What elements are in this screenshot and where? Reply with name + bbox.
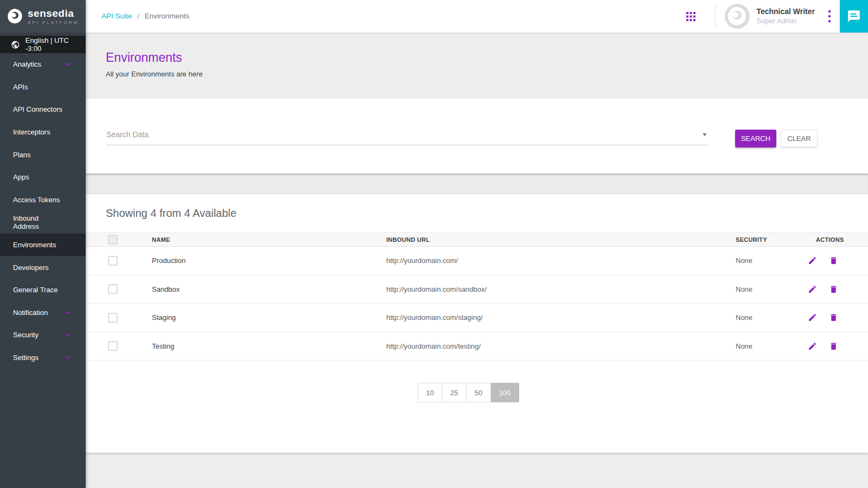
brand-name: sensedia xyxy=(28,8,79,19)
table-row: Testing http://yourdomain.com/testing/ N… xyxy=(86,332,868,361)
trash-icon xyxy=(829,313,838,322)
apps-grid-button[interactable] xyxy=(686,12,695,21)
delete-button[interactable] xyxy=(829,256,838,265)
apps-grid-icon xyxy=(686,12,695,21)
user-menu-button[interactable] xyxy=(828,10,831,23)
environment-name: Sandbox xyxy=(152,285,386,293)
environment-inbound-url: http://yourdomain.com/staging/ xyxy=(386,313,736,322)
breadcrumb-separator: / xyxy=(137,12,139,20)
page-size-option[interactable]: 100 xyxy=(491,383,519,402)
pencil-icon xyxy=(808,256,817,265)
environment-inbound-url: http://yourdomain.com/sandbox/ xyxy=(386,285,736,293)
avatar-logo-glyph xyxy=(726,5,748,27)
select-all-checkbox[interactable] xyxy=(108,235,118,245)
sidebar-item-label: Interceptors xyxy=(13,128,50,136)
sidebar-item[interactable]: Notification xyxy=(0,301,86,324)
column-header-security: SECURITY xyxy=(736,236,806,243)
delete-button[interactable] xyxy=(829,285,838,294)
sidebar-item[interactable]: Interceptors xyxy=(0,121,86,144)
clear-button[interactable]: CLEAR xyxy=(781,130,818,147)
topbar: API Suite / Environments xyxy=(86,0,868,33)
environment-name: Staging xyxy=(152,313,386,322)
delete-button[interactable] xyxy=(829,342,838,351)
user-avatar[interactable] xyxy=(725,4,750,29)
topbar-divider xyxy=(715,5,716,28)
edit-button[interactable] xyxy=(808,313,817,322)
environment-security: None xyxy=(736,313,806,322)
sidebar-item[interactable]: Security xyxy=(0,324,86,346)
results-summary: Showing 4 from 4 Available xyxy=(106,207,237,220)
sidebar-item-label: Inbound Address xyxy=(13,214,64,230)
language-timezone-selector[interactable]: English | UTC -3:00 xyxy=(0,36,86,53)
environment-name: Production xyxy=(152,256,386,265)
table-row: Sandbox http://yourdomain.com/sandbox/ N… xyxy=(86,275,868,304)
sidebar-item[interactable]: API Connectors xyxy=(0,98,86,121)
environment-inbound-url: http://yourdomain.com/testing/ xyxy=(386,342,736,350)
edit-button[interactable] xyxy=(808,285,817,294)
app-logo[interactable]: sensedia API PLATFORM xyxy=(0,0,86,33)
row-checkbox[interactable] xyxy=(108,313,118,323)
sidebar-item[interactable]: Settings xyxy=(0,346,86,369)
breadcrumb: API Suite / Environments xyxy=(101,12,189,20)
sidebar-item[interactable]: Developers xyxy=(0,256,86,279)
table-header-row: NAME INBOUND URL SECURITY ACTIONS xyxy=(86,232,868,247)
sidebar-item[interactable]: Access Tokens xyxy=(0,189,86,211)
page-subtitle: All your Environments are here xyxy=(106,70,868,78)
sidebar-item-label: Settings xyxy=(13,354,39,362)
sidebar-item[interactable]: Inbound Address xyxy=(0,211,86,234)
user-role: Super Admin xyxy=(756,16,815,25)
page-title: Environments xyxy=(106,50,868,65)
page-size-option[interactable]: 25 xyxy=(442,383,467,402)
main-content: Environments All your Environments are h… xyxy=(86,33,868,488)
page-size-option[interactable]: 50 xyxy=(467,383,491,402)
sidebar-item-label: Notification xyxy=(13,309,48,317)
sidebar-item[interactable]: APIs xyxy=(0,76,86,99)
breadcrumb-link-api-suite[interactable]: API Suite xyxy=(101,12,132,20)
edit-button[interactable] xyxy=(808,256,817,265)
trash-icon xyxy=(829,256,838,265)
sidebar-item[interactable]: Apps xyxy=(0,166,86,189)
edit-button[interactable] xyxy=(808,342,817,351)
sidebar-item-label: Plans xyxy=(13,151,31,159)
sidebar-item-label: General Trace xyxy=(13,286,58,294)
sidebar-item[interactable]: Plans xyxy=(0,143,86,166)
sidebar-item[interactable]: Analytics xyxy=(0,53,86,76)
results-panel: Showing 4 from 4 Available NAME INBOUND … xyxy=(86,194,868,453)
chevron-down-icon xyxy=(63,354,72,362)
search-dropdown-caret-icon[interactable] xyxy=(703,133,707,136)
search-panel: SEARCH CLEAR xyxy=(86,99,868,174)
search-button[interactable]: SEARCH xyxy=(735,130,776,147)
row-checkbox[interactable] xyxy=(108,341,118,351)
column-header-name: NAME xyxy=(152,236,386,243)
sidebar-item[interactable]: Environments xyxy=(0,234,86,256)
chat-button[interactable] xyxy=(840,0,868,33)
sidebar-item-label: Developers xyxy=(13,264,49,272)
table-row: Production http://yourdomain.com/ None xyxy=(86,247,868,275)
page-header: Environments All your Environments are h… xyxy=(86,33,868,99)
column-header-actions: ACTIONS xyxy=(806,236,868,243)
row-checkbox[interactable] xyxy=(108,256,118,266)
locale-label: English | UTC -3:00 xyxy=(25,36,86,53)
user-info: Technical Writer Super Admin xyxy=(756,7,815,25)
chevron-down-icon xyxy=(63,331,72,339)
environment-security: None xyxy=(736,342,806,350)
pencil-icon xyxy=(808,313,817,322)
search-field-wrapper xyxy=(106,127,708,145)
chevron-down-icon xyxy=(63,309,72,317)
pencil-icon xyxy=(808,342,817,351)
topbar-right: Technical Writer Super Admin xyxy=(686,0,868,33)
search-input[interactable] xyxy=(106,127,708,145)
trash-icon xyxy=(829,285,838,294)
breadcrumb-current: Environments xyxy=(145,12,190,20)
sensedia-logo-icon xyxy=(7,8,24,25)
sidebar-item[interactable]: General Trace xyxy=(0,279,86,301)
delete-button[interactable] xyxy=(829,313,838,322)
globe-icon xyxy=(11,40,20,49)
sidebar: sensedia API PLATFORM English | UTC -3:0… xyxy=(0,0,86,488)
page-size-option[interactable]: 10 xyxy=(418,383,442,402)
trash-icon xyxy=(829,342,838,351)
row-checkbox[interactable] xyxy=(108,284,118,294)
brand-tagline: API PLATFORM xyxy=(28,20,79,25)
sidebar-item-label: Access Tokens xyxy=(13,196,60,204)
chat-icon xyxy=(847,9,861,23)
